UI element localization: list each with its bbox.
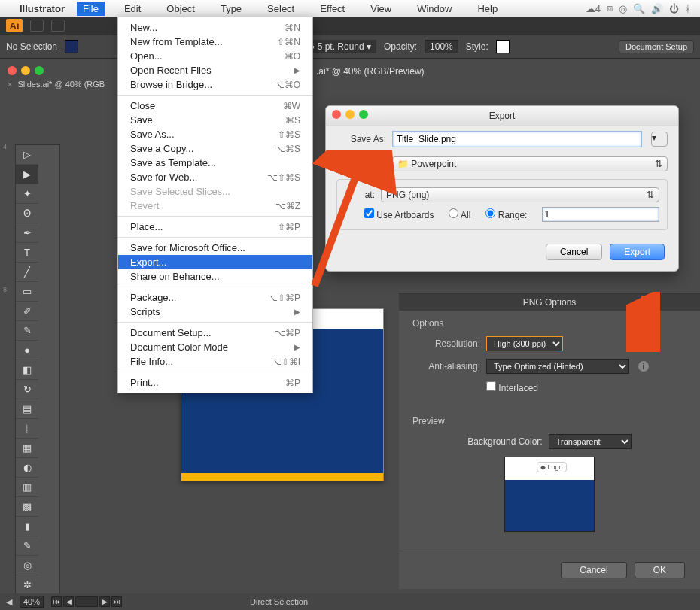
tool-selection[interactable]: ▷ [16,145,38,165]
interlaced-checkbox[interactable]: Interlaced [486,381,538,393]
tool-pencil[interactable]: ✎ [16,321,38,341]
fill-swatch[interactable] [65,40,78,53]
close-icon[interactable] [332,110,341,119]
tool-mesh[interactable]: ▩ [16,497,38,517]
format-select[interactable]: PNG (png)⇅ [381,187,659,202]
tool-rectangle[interactable]: ▭ [16,282,38,302]
info-icon[interactable]: i [638,361,649,372]
tool-blend[interactable]: ◎ [16,556,38,575]
sync-icon[interactable]: ◎ [619,3,627,14]
last-artboard-icon[interactable]: ⏭ [111,596,122,607]
range-radio[interactable]: Range: [485,208,527,220]
cloud-icon[interactable]: ☁︎4 [586,3,601,14]
artboard-number[interactable] [75,596,98,607]
stroke-profile[interactable]: ● 5 pt. Round ▾ [304,40,376,53]
close-tab-icon[interactable]: × [8,80,12,89]
file-menu-item[interactable]: Print...⌘P [118,375,312,390]
tool-width[interactable]: ⟊ [16,419,38,439]
file-menu-item[interactable]: Save for Microsoft Office... [118,241,312,255]
close-window-icon[interactable] [8,66,17,75]
file-menu-item[interactable]: Close⌘W [118,99,312,113]
file-menu-item[interactable]: Save a Copy...⌥⌘S [118,141,312,156]
file-menu-item[interactable]: Save⌘S [118,113,312,127]
anti-aliasing-select[interactable]: Type Optimized (Hinted) [486,359,629,374]
tool-rotate[interactable]: ↻ [16,380,38,399]
document-setup-button[interactable]: Document Setup [619,40,694,53]
app-name[interactable]: Illustrator [20,3,65,14]
range-input[interactable] [542,207,659,222]
file-menu-item[interactable]: Save As...⇧⌘S [118,127,312,141]
next-artboard-icon[interactable]: ▶ [99,596,110,607]
workspace-switch-1[interactable] [30,20,44,32]
tool-line[interactable]: ╱ [16,263,38,282]
all-radio[interactable]: All [449,208,470,220]
spotlight-icon[interactable]: 🔍 [633,3,645,14]
save-as-input[interactable] [392,131,642,147]
minimize-window-icon[interactable] [21,66,30,75]
style-swatch[interactable] [496,40,510,53]
file-menu-item[interactable]: Open Recent Files▶ [118,63,312,77]
expand-save-dialog-button[interactable]: ▾ [651,132,668,147]
file-menu-item[interactable]: Share on Behance... [118,269,312,284]
png-ok-button[interactable]: OK [635,562,685,578]
tool-perspective[interactable]: ▥ [16,478,38,497]
tool-magic-wand[interactable]: ✦ [16,184,38,204]
opacity-value[interactable]: 100% [425,40,458,53]
tool-eraser[interactable]: ◧ [16,360,38,380]
tool-free-transform[interactable]: ▦ [16,439,38,458]
tool-pen[interactable]: ✒ [16,223,38,243]
menu-select[interactable]: Select [261,2,300,16]
zoom-icon[interactable] [359,110,368,119]
file-menu-item[interactable]: Place...⇧⌘P [118,220,312,234]
power-icon[interactable]: ⏻ [669,3,679,14]
bluetooth-icon[interactable]: ᚼ [685,3,691,14]
file-menu-item[interactable]: Save for Web...⌥⇧⌘S [118,170,312,184]
file-menu-item[interactable]: Package...⌥⇧⌘P [118,290,312,305]
minimize-icon[interactable] [345,110,355,119]
file-menu-item[interactable]: Scripts▶ [118,305,312,319]
tool-lasso[interactable]: ʘ [16,204,38,223]
zoom-window-icon[interactable] [35,66,44,75]
file-menu-item[interactable]: File Info...⌥⇧⌘I [118,354,312,369]
menu-help[interactable]: Help [471,2,504,16]
tool-scale[interactable]: ▤ [16,399,38,419]
scroll-left-icon[interactable]: ◀ [6,597,12,607]
volume-icon[interactable]: 🔊 [651,3,663,14]
dropbox-icon[interactable]: ⧈ [607,2,613,14]
file-menu-item[interactable]: Open...⌘O [118,49,312,63]
cancel-button[interactable]: Cancel [546,244,602,260]
background-color-select[interactable]: Transparent [549,434,632,449]
document-tab-2[interactable]: .ai* @ 40% (RGB/Preview) [316,66,425,77]
menu-type[interactable]: Type [215,2,248,16]
file-menu-item[interactable]: Document Setup...⌥⌘P [118,326,312,340]
document-tab-1[interactable]: × Slides.ai* @ 40% (RGB [8,80,105,89]
tool-paintbrush[interactable]: ✐ [16,302,38,321]
tool-eyedropper[interactable]: ✎ [16,536,38,556]
menu-view[interactable]: View [364,2,397,16]
first-artboard-icon[interactable]: ⏮ [51,596,62,607]
tool-shape-builder[interactable]: ◐ [16,458,38,478]
menu-effect[interactable]: Effect [314,2,351,16]
tool-gradient[interactable]: ▮ [16,517,38,536]
export-button[interactable]: Export [610,244,665,260]
file-menu-item[interactable]: Export... [118,255,312,269]
where-select[interactable]: 📁 Powerpoint ⇅ [392,156,668,171]
file-menu-item[interactable]: Browse in Bridge...⌥⌘O [118,77,312,92]
menu-object[interactable]: Object [160,2,201,16]
menu-edit[interactable]: Edit [118,2,147,16]
tool-type[interactable]: T [16,243,38,263]
menu-window[interactable]: Window [411,2,458,16]
workspace-switch-2[interactable] [51,20,65,32]
file-menu-item[interactable]: New...⌘N [118,20,312,35]
zoom-level[interactable]: 40% [20,596,44,608]
menu-file[interactable]: File [77,2,105,16]
file-menu-item[interactable]: Save as Template... [118,156,312,170]
png-cancel-button[interactable]: Cancel [561,562,626,578]
tool-direct-selection[interactable]: ▶ [16,165,38,184]
tool-symbol-sprayer[interactable]: ✲ [16,575,38,595]
prev-artboard-icon[interactable]: ◀ [63,596,74,607]
file-menu-item[interactable]: New from Template...⇧⌘N [118,35,312,49]
resolution-select[interactable]: High (300 ppi) [486,336,563,351]
tool-blob-brush[interactable]: ● [16,341,38,360]
file-menu-item[interactable]: Document Color Mode▶ [118,340,312,354]
